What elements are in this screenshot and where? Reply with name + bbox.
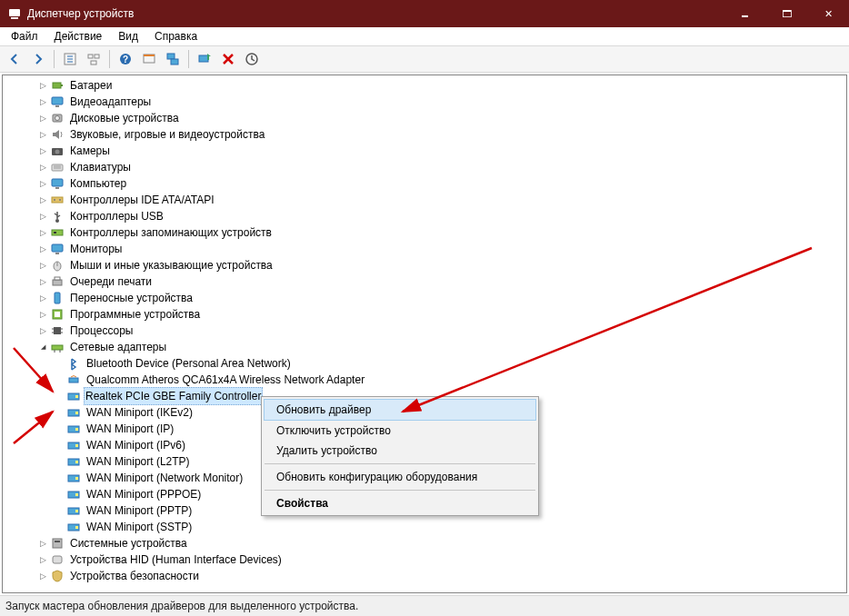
tree-label[interactable]: Видеоадаптеры — [68, 94, 153, 110]
uninstall-device-icon[interactable] — [217, 48, 239, 70]
tree-label[interactable]: Переносные устройства — [68, 290, 195, 306]
tree-label[interactable]: WAN Miniport (IP) — [85, 421, 175, 437]
tree-label[interactable]: Сетевые адаптеры — [68, 339, 168, 355]
tree-label[interactable]: WAN Miniport (PPTP) — [85, 502, 194, 519]
expand-arrow-icon[interactable] — [35, 127, 50, 142]
tree-label[interactable]: Программные устройства — [68, 306, 202, 323]
menu-file[interactable]: Файл — [4, 28, 45, 45]
expand-arrow-icon[interactable] — [52, 503, 66, 518]
expand-arrow-icon[interactable] — [52, 389, 66, 403]
scan-hardware-icon[interactable] — [241, 48, 263, 70]
scan-window-icon[interactable] — [138, 48, 160, 70]
category-node[interactable]: Компьютер — [3, 175, 846, 192]
expand-arrow-icon[interactable] — [35, 258, 50, 273]
expand-arrow-icon[interactable] — [52, 471, 66, 485]
update-driver-icon[interactable] — [194, 48, 215, 70]
expand-arrow-icon[interactable] — [35, 274, 50, 289]
category-node[interactable]: Камеры — [3, 143, 846, 159]
tree-label[interactable]: Realtek PCIe GBE Family Controller — [84, 387, 263, 405]
tree-label[interactable]: Мыши и иные указывающие устройства — [68, 257, 275, 273]
expand-arrow-icon[interactable] — [35, 176, 50, 191]
tree-label[interactable]: Устройства HID (Human Interface Devices) — [68, 551, 284, 568]
expand-arrow-icon[interactable] — [35, 209, 50, 224]
expand-arrow-icon[interactable] — [35, 193, 50, 207]
category-node[interactable]: Процессоры — [3, 323, 846, 339]
category-node[interactable]: Дисковые устройства — [3, 110, 846, 126]
category-node[interactable]: Системные устройства — [3, 535, 846, 551]
category-node[interactable]: Видеоадаптеры — [3, 94, 846, 110]
tree-label[interactable]: Контроллеры USB — [68, 208, 165, 224]
category-node[interactable]: Очереди печати — [3, 273, 846, 290]
tree-label[interactable]: WAN Miniport (SSTP) — [85, 519, 194, 535]
context-menu-item[interactable]: Обновить конфигурацию оборудования — [264, 467, 536, 487]
menu-view[interactable]: Вид — [111, 28, 145, 45]
tree-label[interactable]: Звуковые, игровые и видеоустройства — [68, 126, 266, 143]
menu-help[interactable]: Справка — [147, 28, 205, 45]
titlebar[interactable]: Диспетчер устройств 🗕 🗖 ✕ — [0, 0, 849, 27]
expand-arrow-icon[interactable] — [35, 94, 50, 109]
tree-label[interactable]: WAN Miniport (PPPOE) — [85, 486, 203, 502]
expand-arrow-icon[interactable] — [52, 454, 66, 469]
expand-arrow-icon[interactable] — [35, 340, 50, 354]
category-node[interactable]: Контроллеры USB — [3, 208, 846, 224]
category-node[interactable]: Мониторы — [3, 241, 846, 257]
category-node[interactable]: Переносные устройства — [3, 290, 846, 306]
minimize-button[interactable]: 🗕 — [724, 0, 765, 27]
context-menu-item[interactable]: Удалить устройство — [264, 441, 536, 461]
show-hidden-icon[interactable] — [59, 48, 81, 70]
device-node[interactable]: WAN Miniport (SSTP) — [3, 519, 846, 535]
expand-arrow-icon[interactable] — [35, 225, 50, 240]
tree-label[interactable]: Контроллеры IDE ATA/ATAPI — [68, 192, 216, 208]
tree-label[interactable]: Камеры — [68, 143, 112, 159]
context-menu-item[interactable]: Свойства — [264, 493, 536, 513]
expand-arrow-icon[interactable] — [52, 373, 66, 387]
expand-arrow-icon[interactable] — [35, 111, 50, 125]
expand-arrow-icon[interactable] — [52, 405, 66, 420]
tree-label[interactable]: Процессоры — [68, 323, 135, 339]
tree-label[interactable]: WAN Miniport (IPv6) — [85, 437, 187, 453]
tree-label[interactable]: Мониторы — [68, 241, 124, 257]
tree-label[interactable]: WAN Miniport (Network Monitor) — [85, 470, 245, 486]
category-node[interactable]: Сетевые адаптеры — [3, 339, 846, 355]
context-menu-item[interactable]: Отключить устройство — [264, 421, 536, 441]
device-tree-icon[interactable] — [83, 48, 105, 70]
expand-arrow-icon[interactable] — [35, 569, 50, 583]
category-node[interactable]: Устройства безопасности — [3, 568, 846, 584]
expand-arrow-icon[interactable] — [52, 356, 66, 371]
expand-arrow-icon[interactable] — [52, 438, 66, 452]
monitor-list-icon[interactable] — [162, 48, 184, 70]
expand-arrow-icon[interactable] — [35, 552, 50, 567]
tree-label[interactable]: WAN Miniport (IKEv2) — [85, 404, 195, 421]
expand-arrow-icon[interactable] — [35, 144, 50, 158]
tree-label[interactable]: Дисковые устройства — [68, 110, 181, 126]
category-node[interactable]: Программные устройства — [3, 306, 846, 323]
tree-label[interactable]: WAN Miniport (L2TP) — [85, 453, 192, 470]
tree-label[interactable]: Qualcomm Atheros QCA61x4A Wireless Netwo… — [85, 372, 366, 388]
maximize-button[interactable]: 🗖 — [765, 0, 807, 27]
expand-arrow-icon[interactable] — [35, 242, 50, 256]
tree-label[interactable]: Клавиатуры — [68, 159, 133, 175]
category-node[interactable]: Устройства HID (Human Interface Devices) — [3, 551, 846, 568]
menu-action[interactable]: Действие — [47, 28, 110, 45]
expand-arrow-icon[interactable] — [52, 487, 66, 502]
tree-label[interactable]: Батареи — [68, 77, 114, 94]
expand-arrow-icon[interactable] — [35, 307, 50, 322]
close-button[interactable]: ✕ — [807, 0, 849, 27]
category-node[interactable]: Мыши и иные указывающие устройства — [3, 257, 846, 273]
device-node[interactable]: Bluetooth Device (Personal Area Network) — [3, 355, 846, 372]
nav-back-icon[interactable] — [4, 48, 25, 70]
expand-arrow-icon[interactable] — [35, 536, 50, 551]
tree-label[interactable]: Очереди печати — [68, 273, 154, 290]
category-node[interactable]: Батареи — [3, 77, 846, 94]
expand-arrow-icon[interactable] — [52, 520, 66, 534]
context-menu[interactable]: Обновить драйверОтключить устройствоУдал… — [261, 396, 539, 516]
expand-arrow-icon[interactable] — [35, 323, 50, 338]
tree-label[interactable]: Устройства безопасности — [68, 568, 201, 584]
category-node[interactable]: Звуковые, игровые и видеоустройства — [3, 126, 846, 143]
help-icon[interactable]: ? — [115, 48, 136, 70]
category-node[interactable]: Контроллеры запоминающих устройств — [3, 224, 846, 241]
tree-label[interactable]: Компьютер — [68, 175, 128, 192]
expand-arrow-icon[interactable] — [35, 291, 50, 305]
tree-label[interactable]: Системные устройства — [68, 535, 189, 551]
expand-arrow-icon[interactable] — [35, 78, 50, 93]
